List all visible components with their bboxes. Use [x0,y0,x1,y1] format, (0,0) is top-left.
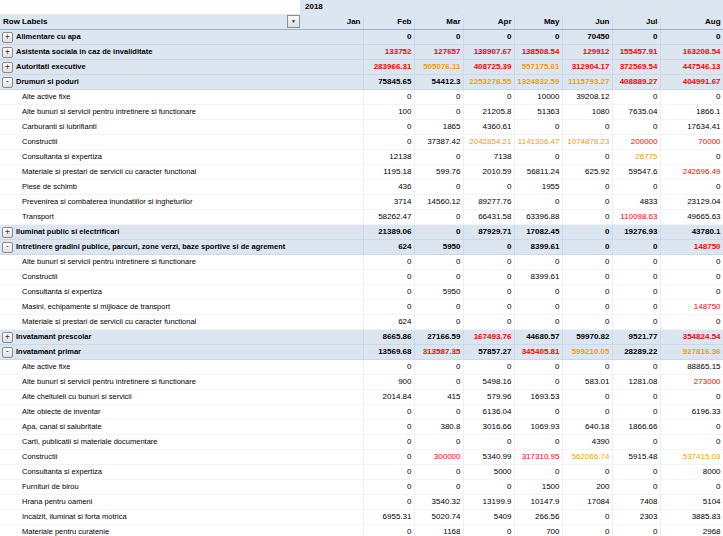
value-cell[interactable]: 54412.3 [414,75,463,90]
value-cell[interactable]: 1866.66 [612,420,660,435]
value-cell[interactable]: 63396.88 [514,210,562,225]
value-cell[interactable]: 5340.99 [463,450,514,465]
value-cell[interactable]: 6136.04 [463,405,514,420]
value-cell[interactable]: 0 [414,315,463,330]
value-cell[interactable]: 0 [363,90,414,105]
value-cell[interactable]: 59970.82 [562,330,612,345]
value-cell[interactable]: 4833 [612,195,660,210]
value-cell[interactable]: 17634.41 [660,120,723,135]
value-cell[interactable]: 1500 [514,480,562,495]
value-cell[interactable]: 0 [660,435,723,450]
value-cell[interactable]: 0 [463,315,514,330]
value-cell[interactable]: 4360.61 [463,120,514,135]
value-cell[interactable] [300,150,363,165]
value-cell[interactable]: 266.56 [514,510,562,525]
value-cell[interactable]: 0 [612,90,660,105]
value-cell[interactable]: 0 [363,420,414,435]
value-cell[interactable] [300,330,363,345]
value-cell[interactable]: 8000 [660,465,723,480]
value-cell[interactable]: 1955 [514,180,562,195]
value-cell[interactable]: 0 [414,435,463,450]
value-cell[interactable]: 0 [363,495,414,510]
value-cell[interactable]: 0 [414,180,463,195]
value-cell[interactable]: 583.01 [562,375,612,390]
value-cell[interactable]: 4390 [562,435,612,450]
value-cell[interactable] [300,525,363,536]
value-cell[interactable]: 0 [660,315,723,330]
value-cell[interactable]: 129912 [562,45,612,60]
value-cell[interactable]: 0 [463,90,514,105]
value-cell[interactable]: 0 [612,405,660,420]
value-cell[interactable]: 0 [363,135,414,150]
value-cell[interactable] [300,45,363,60]
row-label-cell[interactable]: Consultanta si expertiza [0,150,300,165]
row-label-cell[interactable]: Alte obiecte de inventar [0,405,300,420]
value-cell[interactable]: 2253278.55 [463,75,514,90]
value-cell[interactable]: 148750 [660,300,723,315]
value-cell[interactable]: 1866.1 [660,105,723,120]
row-label-cell[interactable]: +Invatamant prescolar [0,330,300,345]
column-group-year[interactable]: 2018 [300,0,723,15]
value-cell[interactable]: 404991.67 [660,75,723,90]
value-cell[interactable]: 5020.74 [414,510,463,525]
value-cell[interactable]: 1115793.27 [562,75,612,90]
value-cell[interactable]: 3016.66 [463,420,514,435]
value-cell[interactable]: 0 [514,30,562,45]
value-cell[interactable]: 0 [562,510,612,525]
value-cell[interactable]: 21389.06 [363,225,414,240]
value-cell[interactable]: 0 [660,180,723,195]
value-cell[interactable]: 0 [514,375,562,390]
row-label-cell[interactable]: Alte active fixe [0,360,300,375]
value-cell[interactable]: 317310.95 [514,450,562,465]
value-cell[interactable]: 51363 [514,105,562,120]
value-cell[interactable]: 0 [514,195,562,210]
month-header-jun[interactable]: Jun [562,15,612,30]
value-cell[interactable]: 0 [660,390,723,405]
value-cell[interactable]: 100 [363,105,414,120]
value-cell[interactable]: 21205.8 [463,105,514,120]
value-cell[interactable]: 0 [463,240,514,255]
row-label-cell[interactable]: Consultanta si expertiza [0,285,300,300]
value-cell[interactable]: 557175.61 [514,60,562,75]
value-cell[interactable]: 70450 [562,30,612,45]
value-cell[interactable] [300,375,363,390]
value-cell[interactable] [300,135,363,150]
value-cell[interactable]: 0 [414,225,463,240]
row-label-cell[interactable]: Furnituri de birou [0,480,300,495]
value-cell[interactable]: 1693.53 [514,390,562,405]
row-label-cell[interactable]: Masini, echipamente si mijloace de trans… [0,300,300,315]
value-cell[interactable]: 2010.59 [463,165,514,180]
value-cell[interactable] [300,60,363,75]
value-cell[interactable]: 8399.61 [514,240,562,255]
collapse-button[interactable]: - [2,347,13,358]
value-cell[interactable]: 0 [414,150,463,165]
value-cell[interactable]: 0 [514,120,562,135]
value-cell[interactable]: 0 [612,480,660,495]
value-cell[interactable]: 0 [562,180,612,195]
value-cell[interactable]: 562066.74 [562,450,612,465]
value-cell[interactable]: 0 [612,360,660,375]
row-label-cell[interactable]: +Autoritati executive [0,60,300,75]
value-cell[interactable]: 10000 [514,90,562,105]
value-cell[interactable]: 5104 [660,495,723,510]
value-cell[interactable] [300,180,363,195]
value-cell[interactable]: 28289.22 [612,345,660,360]
value-cell[interactable]: 0 [414,405,463,420]
value-cell[interactable]: 87929.71 [463,225,514,240]
row-label-cell[interactable]: Alte bunuri si servicii pentru intretine… [0,255,300,270]
value-cell[interactable]: 415 [414,390,463,405]
value-cell[interactable]: 0 [363,30,414,45]
value-cell[interactable]: 8665.86 [363,330,414,345]
value-cell[interactable] [300,480,363,495]
value-cell[interactable]: 599.76 [414,165,463,180]
value-cell[interactable]: 17084 [562,495,612,510]
value-cell[interactable] [300,105,363,120]
value-cell[interactable]: 0 [363,285,414,300]
value-cell[interactable]: 0 [463,270,514,285]
month-header-jul[interactable]: Jul [612,15,660,30]
value-cell[interactable]: 0 [463,255,514,270]
value-cell[interactable]: 37387.42 [414,135,463,150]
value-cell[interactable]: 0 [660,285,723,300]
value-cell[interactable]: 0 [562,270,612,285]
value-cell[interactable]: 624 [363,240,414,255]
